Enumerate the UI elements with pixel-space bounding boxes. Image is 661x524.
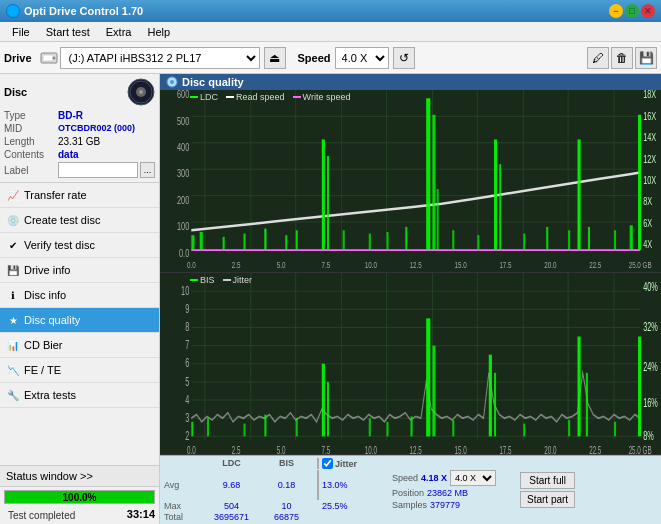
svg-text:14X: 14X [643,130,656,143]
max-bis: 10 [259,501,314,511]
legend-write-speed: Write speed [293,92,351,102]
sidebar-item-disc-quality[interactable]: ★ Disc quality [0,308,159,333]
app-title: Opti Drive Control 1.70 [24,5,143,17]
menu-start-test[interactable]: Start test [38,24,98,40]
bis-label: BIS [200,275,215,285]
nav-label-create-test: Create test disc [24,214,100,226]
sidebar-item-disc-info[interactable]: ℹ Disc info [0,283,159,308]
legend-ldc: LDC [190,92,218,102]
toolbar-btn-1[interactable]: 🖊 [587,47,609,69]
status-section: Status window >> 100.0% Test completed 3… [0,465,159,524]
sidebar-item-transfer-rate[interactable]: 📈 Transfer rate [0,183,159,208]
drive-select[interactable]: (J:) ATAPI iHBS312 2 PL17 [60,47,260,69]
menu-help[interactable]: Help [139,24,178,40]
svg-text:16%: 16% [643,396,658,409]
chart2-svg: 10 9 8 7 6 5 4 3 2 40% 32% 24% 16% 8% [160,273,661,455]
chart1-svg: 600 500 400 300 200 100 0.0 18X 16X 14X … [160,90,661,272]
read-speed-dot [226,96,234,98]
length-key: Length [4,136,56,147]
speed-dropdown[interactable]: 4.0 X [450,470,496,486]
svg-text:20.0: 20.0 [544,444,556,454]
title-controls: − □ ✕ [609,4,655,18]
svg-text:8: 8 [185,320,189,333]
bis-dot [190,279,198,281]
legend-bis: BIS [190,275,215,285]
maximize-button[interactable]: □ [625,4,639,18]
eject-button[interactable]: ⏏ [264,47,286,69]
max-jitter: 25.5% [322,501,348,511]
sidebar-item-verify-test-disc[interactable]: ✔ Verify test disc [0,233,159,258]
svg-rect-129 [523,423,525,436]
menu-bar: File Start test Extra Help [0,22,661,42]
svg-rect-116 [244,423,246,436]
sidebar-item-fe-te[interactable]: 📉 FE / TE [0,358,159,383]
svg-text:6: 6 [185,356,189,369]
write-speed-dot [293,96,301,98]
close-button[interactable]: ✕ [641,4,655,18]
main-area: Disc Type BD-R MID OTCBDR002 (000) Lengt… [0,74,661,524]
svg-text:4X: 4X [643,238,652,251]
svg-rect-57 [452,230,454,250]
label-input[interactable] [58,162,138,178]
toolbar-btn-save[interactable]: 💾 [635,47,657,69]
svg-rect-118 [296,418,298,436]
disc-quality-header-icon [166,76,178,88]
toolbar-icons: 🖊 🗑 💾 [587,47,657,69]
svg-text:17.5: 17.5 [499,444,511,454]
position-label: Position [392,488,424,498]
bis-col-header: BIS [259,458,314,469]
svg-rect-63 [568,230,570,250]
svg-text:400: 400 [177,140,189,153]
nav-label-extra-tests: Extra tests [24,389,76,401]
svg-rect-130 [568,420,570,436]
start-buttons: Start full Start part [520,472,575,508]
disc-quality-header: Disc quality [160,74,661,90]
svg-rect-128 [494,372,496,436]
chart2-container: BIS Jitter [160,273,661,456]
chart1-container: LDC Read speed Write speed [160,90,661,273]
svg-rect-121 [369,418,371,436]
svg-text:10.0: 10.0 [365,260,377,271]
avg-jitter: 13.0% [322,480,348,490]
nav-label-fe-te: FE / TE [24,364,61,376]
toolbar: Drive (J:) ATAPI iHBS312 2 PL17 ⏏ Speed … [0,42,661,74]
stats-bar: LDC BIS Jitter Avg 9.68 0.18 13.0% [160,455,661,524]
svg-text:24%: 24% [643,359,658,372]
menu-file[interactable]: File [4,24,38,40]
toolbar-btn-2[interactable]: 🗑 [611,47,633,69]
sidebar-item-create-test-disc[interactable]: 💿 Create test disc [0,208,159,233]
disc-label-row: Label ... [4,162,155,178]
svg-text:2.5: 2.5 [232,260,241,271]
sidebar-item-cd-bier[interactable]: 📊 CD Bier [0,333,159,358]
max-label: Max [164,501,204,511]
speed-select[interactable]: 4.0 X [335,47,389,69]
type-val: BD-R [58,110,83,121]
total-bis: 66875 [259,512,314,522]
minimize-button[interactable]: − [609,4,623,18]
sidebar-item-extra-tests[interactable]: 🔧 Extra tests [0,383,159,408]
sidebar-item-drive-info[interactable]: 💾 Drive info [0,258,159,283]
status-window-button[interactable]: Status window >> [0,466,159,487]
read-speed-label: Read speed [236,92,285,102]
svg-rect-58 [477,235,479,250]
status-window-label: Status window >> [6,470,93,482]
speed-label: Speed [298,52,331,64]
svg-text:17.5: 17.5 [499,260,511,271]
svg-rect-114 [191,421,193,436]
avg-label: Avg [164,480,204,490]
svg-text:5.0: 5.0 [277,444,286,454]
speed-value: 4.18 X [421,473,447,483]
menu-extra[interactable]: Extra [98,24,140,40]
jitter-checkbox[interactable] [322,458,333,469]
svg-rect-126 [452,420,454,436]
disc-length-row: Length 23.31 GB [4,136,155,147]
progress-text: 100.0% [5,491,154,503]
svg-text:10X: 10X [643,173,656,186]
svg-text:5: 5 [185,374,189,387]
label-browse-button[interactable]: ... [140,162,155,178]
start-full-button[interactable]: Start full [520,472,575,489]
samples-value: 379779 [430,500,460,510]
refresh-button[interactable]: ↺ [393,47,415,69]
start-part-button[interactable]: Start part [520,491,575,508]
svg-text:18X: 18X [643,90,656,101]
